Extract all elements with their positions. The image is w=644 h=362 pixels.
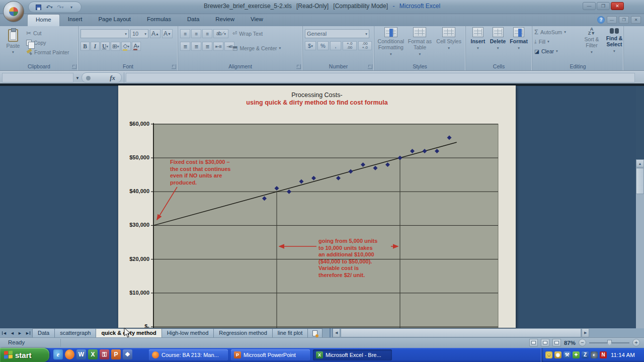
clipboard-dialog-launcher[interactable] <box>72 64 76 69</box>
first-sheet-icon[interactable]: ◀ <box>2 330 8 336</box>
wrap-text-button[interactable]: ⏎Wrap Text <box>232 29 263 38</box>
insert-cells-button[interactable]: Insert▾ <box>468 27 488 63</box>
tray-app-icon[interactable]: ◐ <box>591 351 598 358</box>
decrease-indent-button[interactable]: ⇤≡ <box>213 42 223 51</box>
sheet-tab-scattergraph[interactable]: scattergraph <box>54 328 96 337</box>
clear-button[interactable]: ◪Clear▾ <box>534 46 581 56</box>
align-middle-button[interactable]: ≡ <box>191 29 201 38</box>
number-dialog-launcher[interactable] <box>368 64 372 69</box>
format-as-table-button[interactable]: Format as Table▾ <box>406 27 434 63</box>
tray-tool-icon[interactable]: ⚒ <box>564 351 571 358</box>
horizontal-scroll-thumb[interactable] <box>341 328 581 337</box>
zoom-out-button[interactable]: − <box>579 339 586 346</box>
alignment-dialog-launcher[interactable] <box>296 64 301 69</box>
align-center-button[interactable]: ≣ <box>191 42 201 51</box>
delete-cells-button[interactable]: Delete▾ <box>488 27 508 63</box>
zoom-slider-thumb[interactable] <box>607 340 612 346</box>
comma-format-button[interactable]: , <box>330 41 341 50</box>
bold-button[interactable]: B <box>80 42 90 51</box>
tray-star-icon[interactable]: ✦ <box>573 351 580 358</box>
font-name-combo[interactable]: ▾ <box>80 29 129 38</box>
tab-insert[interactable]: Insert <box>60 14 91 26</box>
vertical-scroll-thumb[interactable] <box>636 168 644 194</box>
start-button[interactable]: start <box>0 348 49 362</box>
help-icon[interactable]: ? <box>597 16 605 24</box>
workbook-minimize-button[interactable]: — <box>607 16 617 24</box>
currency-format-button[interactable]: $▾ <box>305 41 316 50</box>
sheet-tab-regression-method[interactable]: Regression method <box>213 328 272 337</box>
align-right-button[interactable]: ≣ <box>202 42 212 51</box>
sheet-tab-data[interactable]: Data <box>32 328 55 337</box>
fill-button[interactable]: ⤓Fill▾ <box>534 37 581 46</box>
orientation-button[interactable]: ab⟋▾ <box>213 29 228 38</box>
app-icon-key[interactable]: ⚿ <box>100 349 109 359</box>
copy-button[interactable]: Copy <box>26 38 76 47</box>
cell-styles-button[interactable]: Cell Styles▾ <box>435 27 463 63</box>
italic-button[interactable]: I <box>91 42 100 51</box>
tab-data[interactable]: Data <box>179 14 207 26</box>
insert-worksheet-button[interactable] <box>307 328 323 337</box>
cut-button[interactable]: Cut <box>26 28 76 38</box>
font-size-combo[interactable]: 10▾ <box>130 29 148 38</box>
shrink-font-button[interactable]: A▼ <box>162 29 173 38</box>
tab-review[interactable]: Review <box>207 14 243 26</box>
zoom-level[interactable]: 87% <box>564 340 576 346</box>
underline-button[interactable]: U▾ <box>101 42 110 51</box>
merge-center-button[interactable]: ⬒Merge & Center▾ <box>232 43 281 53</box>
excel-icon[interactable]: X <box>88 349 98 359</box>
office-button[interactable] <box>3 1 24 22</box>
align-top-button[interactable]: ≡ <box>180 29 190 38</box>
percent-format-button[interactable]: % <box>317 41 329 50</box>
restore-button[interactable]: ❐ <box>597 2 610 10</box>
task-button-course[interactable]: Course: BA 213: Man... <box>149 349 228 360</box>
tray-messenger-icon[interactable]: ☺ <box>545 351 552 358</box>
find-select-button[interactable]: Find & Select▾ <box>604 27 625 55</box>
task-button-excel[interactable]: X Microsoft Excel - Bre... <box>313 349 392 360</box>
page-break-view-button[interactable] <box>552 339 561 346</box>
task-button-powerpoint[interactable]: P Microsoft PowerPoint <box>231 349 310 360</box>
last-sheet-icon[interactable]: ▶ <box>24 330 31 336</box>
normal-view-button[interactable] <box>529 339 538 346</box>
formula-input[interactable] <box>126 73 635 82</box>
powerpoint-icon[interactable]: P <box>111 349 121 359</box>
font-color-button[interactable]: A▾ <box>132 42 141 51</box>
tray-norton-icon[interactable]: N <box>600 351 607 358</box>
paste-button[interactable]: Paste ▾ <box>3 28 23 61</box>
name-box[interactable] <box>2 73 73 82</box>
align-left-button[interactable]: ≣ <box>180 42 190 51</box>
scroll-right-icon[interactable]: ▶ <box>582 328 589 337</box>
borders-button[interactable]: ⊞▾ <box>111 42 120 51</box>
tab-view[interactable]: View <box>243 14 271 26</box>
page-layout-view-button[interactable] <box>541 339 549 346</box>
format-cells-button[interactable]: Format▾ <box>508 27 530 63</box>
grow-font-button[interactable]: A▲ <box>150 29 160 38</box>
decrease-decimal-button[interactable]: .00 +.0 <box>358 41 372 50</box>
name-box-dropdown-icon[interactable]: ▼ <box>75 76 79 80</box>
increase-decimal-button[interactable]: +.0 .00 <box>343 41 357 50</box>
minimize-button[interactable]: — <box>583 2 596 10</box>
scroll-left-icon[interactable]: ◀ <box>333 328 340 337</box>
format-painter-button[interactable]: Format Painter <box>26 47 76 57</box>
sheet-tab-line-fit-plot[interactable]: line fit plot <box>272 328 308 337</box>
align-bottom-button[interactable]: ≡ <box>202 29 212 38</box>
tab-page-layout[interactable]: Page Layout <box>90 14 139 26</box>
sort-filter-button[interactable]: AZ▼ Sort & Filter▾ <box>582 27 602 55</box>
zoom-in-button[interactable]: + <box>632 339 640 346</box>
ie-icon[interactable]: e <box>53 349 63 359</box>
fx-icon[interactable]: fx <box>110 74 115 82</box>
next-sheet-icon[interactable]: ▶ <box>17 330 23 336</box>
firefox-icon[interactable] <box>65 349 74 359</box>
scroll-up-icon[interactable]: ▲ <box>636 159 644 167</box>
tray-z-icon[interactable]: Z <box>582 351 589 358</box>
insert-function-area[interactable]: fx <box>82 72 122 83</box>
font-dialog-launcher[interactable] <box>172 64 176 69</box>
conditional-formatting-button[interactable]: Conditional Formatting▾ <box>377 27 405 63</box>
workbook-restore-button[interactable]: ❐ <box>619 16 629 24</box>
previous-sheet-icon[interactable]: ◀ <box>9 330 16 336</box>
workbook-close-button[interactable]: ✕ <box>631 16 641 24</box>
tray-shield-icon[interactable]: ◉ <box>554 351 561 358</box>
autosum-button[interactable]: ΣAutoSum▾ <box>534 27 581 37</box>
number-format-combo[interactable]: General▾ <box>305 29 369 38</box>
word-icon[interactable]: W <box>76 349 86 359</box>
app-icon[interactable]: ❖ <box>123 349 132 359</box>
